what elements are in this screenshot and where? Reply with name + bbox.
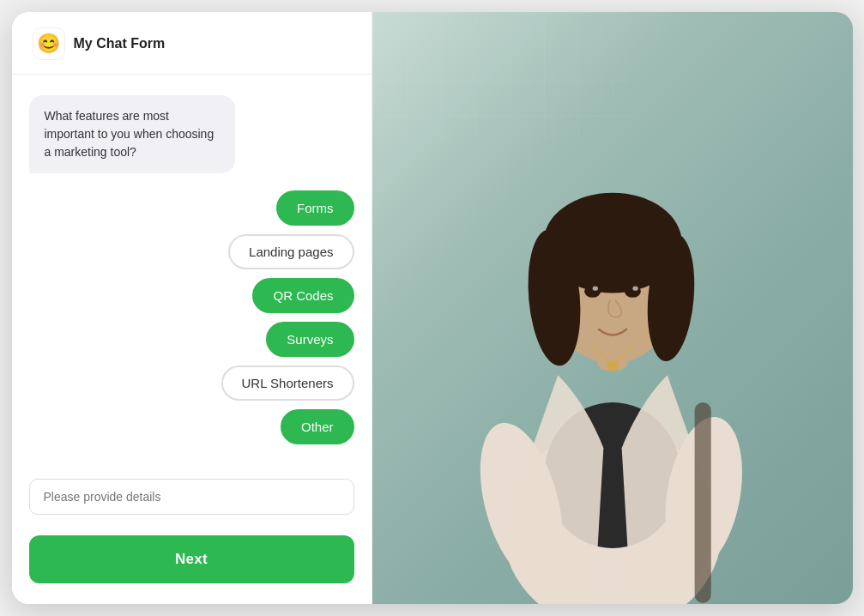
brand-logo: 😊 (33, 27, 65, 60)
options-list: FormsLanding pagesQR CodesSurveysURL Sho… (29, 190, 354, 444)
other-input-row (12, 479, 372, 525)
background-image (372, 12, 853, 604)
option-btn-qr-codes[interactable]: QR Codes (252, 278, 353, 313)
next-button[interactable]: Next (29, 535, 354, 583)
main-container: 😊 My Chat Form What features are most im… (12, 12, 853, 604)
svg-point-10 (584, 285, 601, 298)
option-btn-surveys[interactable]: Surveys (266, 322, 353, 357)
other-input[interactable] (29, 479, 354, 515)
option-btn-url-shorteners[interactable]: URL Shorteners (221, 365, 354, 401)
form-title: My Chat Form (74, 36, 166, 51)
person-silhouette (467, 55, 758, 604)
svg-point-13 (632, 287, 637, 291)
photo-panel (372, 12, 853, 604)
svg-point-11 (624, 285, 640, 298)
next-button-row: Next (12, 525, 372, 604)
svg-rect-17 (694, 402, 710, 603)
option-btn-landing-pages[interactable]: Landing pages (228, 234, 353, 269)
option-btn-other[interactable]: Other (281, 409, 354, 444)
question-bubble: What features are most important to you … (29, 95, 235, 173)
chat-form-panel: 😊 My Chat Form What features are most im… (12, 12, 372, 604)
chat-area: What features are most important to you … (12, 75, 372, 479)
form-header: 😊 My Chat Form (12, 12, 372, 75)
option-btn-forms[interactable]: Forms (276, 190, 354, 226)
svg-point-12 (592, 287, 597, 291)
